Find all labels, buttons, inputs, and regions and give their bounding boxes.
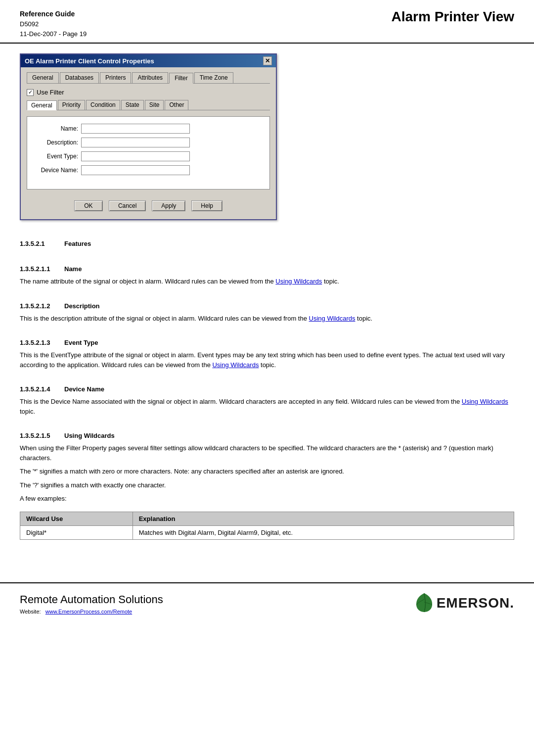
emerson-leaf-icon xyxy=(415,592,434,614)
section-features-heading: 1.3.5.2.1 Features xyxy=(20,232,514,249)
section-title-eventtype: Event Type xyxy=(64,339,98,346)
tab-general[interactable]: General xyxy=(27,72,59,83)
use-filter-label: Use Filter xyxy=(37,89,64,96)
dialog-buttons: OK Cancel Apply Help xyxy=(27,196,270,213)
input-eventtype[interactable] xyxy=(81,151,190,161)
section-title-wildcards: Using Wildcards xyxy=(64,432,115,439)
form-row-name: Name: xyxy=(34,124,263,134)
section-description-body: This is the description attribute of the… xyxy=(20,314,514,324)
outer-tabs: General Databases Printers Attributes Fi… xyxy=(27,72,270,84)
inner-tab-state[interactable]: State xyxy=(121,100,144,110)
label-name: Name: xyxy=(34,125,81,132)
inner-tabs: General Priority Condition State Site Ot… xyxy=(27,100,270,110)
section-title-description: Description xyxy=(64,302,100,310)
wildcard-table: Wilcard Use Explanation Digital* Matches… xyxy=(20,512,514,540)
input-name[interactable] xyxy=(81,124,190,134)
section-num-devicename: 1.3.5.2.1.4 xyxy=(20,385,64,393)
emerson-text: EMERSON. xyxy=(437,595,514,611)
wildcards-para-1: When using the Filter Property pages sev… xyxy=(20,443,514,463)
input-description[interactable] xyxy=(81,138,190,147)
table-header-wildcard-use: Wilcard Use xyxy=(20,512,133,525)
section-eventtype-heading: 1.3.5.2.1.3 Event Type xyxy=(20,331,514,348)
section-wildcards-heading: 1.3.5.2.1.5 Using Wildcards xyxy=(20,424,514,441)
inner-tab-priority[interactable]: Priority xyxy=(58,100,85,110)
page-footer: Remote Automation Solutions Website: www… xyxy=(0,582,534,620)
section-num-eventtype: 1.3.5.2.1.3 xyxy=(20,339,64,346)
ref-guide-title: Reference Guide xyxy=(20,9,87,19)
ok-button[interactable]: OK xyxy=(74,200,103,211)
table-cell-wildcard: Digital* xyxy=(20,525,133,539)
page-header: Reference Guide D5092 11-Dec-2007 - Page… xyxy=(0,0,534,44)
tab-databases[interactable]: Databases xyxy=(60,72,99,83)
section-title-features: Features xyxy=(64,240,91,247)
section-num-description: 1.3.5.2.1.2 xyxy=(20,302,64,310)
wildcards-para-3: The '?' signifies a match with exactly o… xyxy=(20,480,514,490)
emerson-logo: EMERSON. xyxy=(415,592,514,614)
dialog-box: OE Alarm Printer Client Control Properti… xyxy=(20,53,277,220)
section-devicename-body: This is the Device Name associated with … xyxy=(20,397,514,416)
dialog-titlebar: OE Alarm Printer Client Control Properti… xyxy=(21,54,276,67)
footer-logo: EMERSON. xyxy=(415,592,514,614)
inner-tab-site[interactable]: Site xyxy=(145,100,164,110)
use-filter-row: ✓ Use Filter xyxy=(27,89,270,96)
use-filter-checkbox[interactable]: ✓ xyxy=(27,89,34,96)
wildcards-para-4: A few examples: xyxy=(20,494,514,504)
form-row-eventtype: Event Type: xyxy=(34,151,263,161)
inner-tab-other[interactable]: Other xyxy=(165,100,188,110)
table-row: Digital* Matches with Digital Alarm, Dig… xyxy=(20,525,514,539)
website-url[interactable]: www.EmersonProcess.com/Remote xyxy=(45,609,132,614)
dialog-close-button[interactable]: ✕ xyxy=(263,56,272,65)
doc-number: D5092 xyxy=(20,19,87,29)
inner-tab-general[interactable]: General xyxy=(27,100,57,110)
footer-brand: Remote Automation Solutions xyxy=(20,591,163,607)
table-header-explanation: Explanation xyxy=(133,512,514,525)
page-title: Alarm Printer View xyxy=(392,9,514,25)
footer-left: Remote Automation Solutions Website: www… xyxy=(20,591,163,614)
main-content: OE Alarm Printer Client Control Properti… xyxy=(0,44,534,563)
apply-button[interactable]: Apply xyxy=(152,200,185,211)
table-cell-explanation: Matches with Digital Alarm, Digital Alar… xyxy=(133,525,514,539)
section-num-wildcards: 1.3.5.2.1.5 xyxy=(20,432,64,439)
filter-form-area: Name: Description: Event Type: Device Na… xyxy=(27,116,270,189)
header-left: Reference Guide D5092 11-Dec-2007 - Page… xyxy=(20,9,87,39)
inner-tab-condition[interactable]: Condition xyxy=(86,100,120,110)
footer-website: Website: www.EmersonProcess.com/Remote xyxy=(20,609,163,614)
label-description: Description: xyxy=(34,139,81,146)
section-name-body: The name attribute of the signal or obje… xyxy=(20,277,514,286)
section-eventtype-body: This is the EventType attribute of the s… xyxy=(20,350,514,370)
section-num-features: 1.3.5.2.1 xyxy=(20,240,64,247)
form-row-devicename: Device Name: xyxy=(34,165,263,175)
wildcards-para-2: The '*' signifies a match with zero or m… xyxy=(20,467,514,476)
section-title-name: Name xyxy=(64,265,82,273)
label-eventtype: Event Type: xyxy=(34,153,81,160)
form-row-description: Description: xyxy=(34,138,263,147)
section-description-heading: 1.3.5.2.1.2 Description xyxy=(20,294,514,312)
tab-attributes[interactable]: Attributes xyxy=(132,72,168,83)
tab-printers[interactable]: Printers xyxy=(100,72,131,83)
cancel-button[interactable]: Cancel xyxy=(109,200,146,211)
link-using-wildcards-2[interactable]: Using Wildcards xyxy=(309,315,356,322)
tab-filter[interactable]: Filter xyxy=(169,73,193,84)
section-title-devicename: Device Name xyxy=(64,385,104,393)
link-using-wildcards-1[interactable]: Using Wildcards xyxy=(275,278,322,285)
link-using-wildcards-3[interactable]: Using Wildcards xyxy=(212,361,259,369)
link-using-wildcards-4[interactable]: Using Wildcards xyxy=(462,398,508,405)
label-devicename: Device Name: xyxy=(34,167,81,174)
date-page: 11-Dec-2007 - Page 19 xyxy=(20,29,87,39)
help-button[interactable]: Help xyxy=(191,200,222,211)
section-devicename-heading: 1.3.5.2.1.4 Device Name xyxy=(20,378,514,395)
tab-timezone[interactable]: Time Zone xyxy=(194,72,233,83)
section-name-heading: 1.3.5.2.1.1 Name xyxy=(20,257,514,275)
website-label: Website: xyxy=(20,609,41,614)
input-devicename[interactable] xyxy=(81,165,190,175)
section-num-name: 1.3.5.2.1.1 xyxy=(20,265,64,273)
dialog-title: OE Alarm Printer Client Control Properti… xyxy=(25,57,154,65)
dialog-body: General Databases Printers Attributes Fi… xyxy=(21,67,276,219)
brand-text: Remote Automation Solutions xyxy=(20,593,163,606)
